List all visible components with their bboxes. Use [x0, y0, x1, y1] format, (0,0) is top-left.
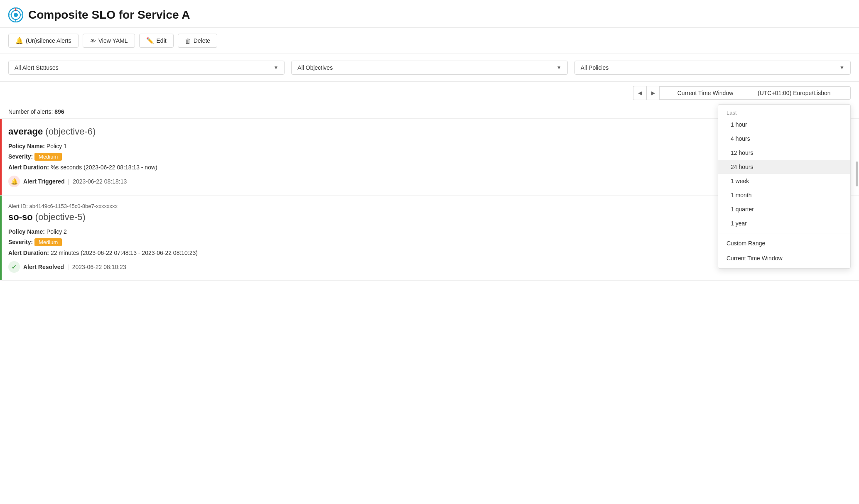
- svg-point-2: [14, 13, 18, 17]
- chevron-down-icon: ▼: [557, 65, 562, 71]
- eye-icon: 👁: [90, 37, 96, 44]
- filters-bar: All Alert Statuses ▼ All Objectives ▼ Al…: [0, 54, 859, 82]
- severity-badge: Medium: [34, 153, 62, 161]
- custom-range-option[interactable]: Custom Range: [718, 236, 850, 251]
- app-logo-icon: [8, 7, 23, 22]
- chevron-down-icon: ▼: [839, 65, 844, 71]
- page-title: Composite SLO for Service A: [28, 8, 190, 22]
- scrollbar[interactable]: [856, 161, 858, 186]
- main-content: ◀ ▶ Current Time Window (UTC+01:00) Euro…: [0, 82, 859, 281]
- section-label-last: Last: [718, 107, 850, 117]
- resolved-icon: ✔: [8, 261, 20, 273]
- time-dropdown-footer: Custom Range Current Time Window: [718, 233, 850, 268]
- silence-icon: 🔔: [15, 37, 23, 44]
- time-option-12h[interactable]: 12 hours: [718, 146, 850, 160]
- page-header: Composite SLO for Service A: [0, 0, 859, 28]
- chevron-down-icon: ▼: [273, 65, 278, 71]
- time-dropdown-last-section: Last 1 hour 4 hours 12 hours 24 hours 1 …: [718, 105, 850, 233]
- silence-alerts-button[interactable]: 🔔 (Un)silence Alerts: [8, 34, 79, 48]
- time-next-button[interactable]: ▶: [646, 86, 660, 100]
- alert-status-filter[interactable]: All Alert Statuses ▼: [8, 61, 285, 75]
- timezone-label: (UTC+01:00) Europe/Lisbon: [751, 86, 851, 100]
- policies-filter[interactable]: All Policies ▼: [574, 61, 851, 75]
- time-option-1q[interactable]: 1 quarter: [718, 202, 850, 216]
- severity-badge: Medium: [34, 238, 62, 246]
- time-dropdown: Last 1 hour 4 hours 12 hours 24 hours 1 …: [718, 104, 851, 269]
- trash-icon: 🗑: [185, 37, 191, 44]
- time-prev-button[interactable]: ◀: [633, 86, 646, 100]
- edit-icon: ✏️: [146, 37, 154, 44]
- time-option-1h[interactable]: 1 hour: [718, 117, 850, 132]
- time-option-1y[interactable]: 1 year: [718, 216, 850, 230]
- edit-button[interactable]: ✏️ Edit: [139, 34, 174, 48]
- time-option-1mo[interactable]: 1 month: [718, 188, 850, 202]
- time-option-24h[interactable]: 24 hours: [718, 160, 850, 174]
- time-option-4h[interactable]: 4 hours: [718, 132, 850, 146]
- objectives-filter[interactable]: All Objectives ▼: [291, 61, 567, 75]
- time-window-label[interactable]: Current Time Window: [660, 86, 751, 100]
- view-yaml-button[interactable]: 👁 View YAML: [83, 34, 135, 48]
- time-bar: ◀ ▶ Current Time Window (UTC+01:00) Euro…: [0, 82, 859, 104]
- toolbar: 🔔 (Un)silence Alerts 👁 View YAML ✏️ Edit…: [0, 28, 859, 54]
- triggered-icon: 🔔: [8, 176, 20, 187]
- delete-button[interactable]: 🗑 Delete: [178, 34, 217, 48]
- current-time-window-option[interactable]: Current Time Window: [718, 251, 850, 266]
- time-option-1w[interactable]: 1 week: [718, 174, 850, 188]
